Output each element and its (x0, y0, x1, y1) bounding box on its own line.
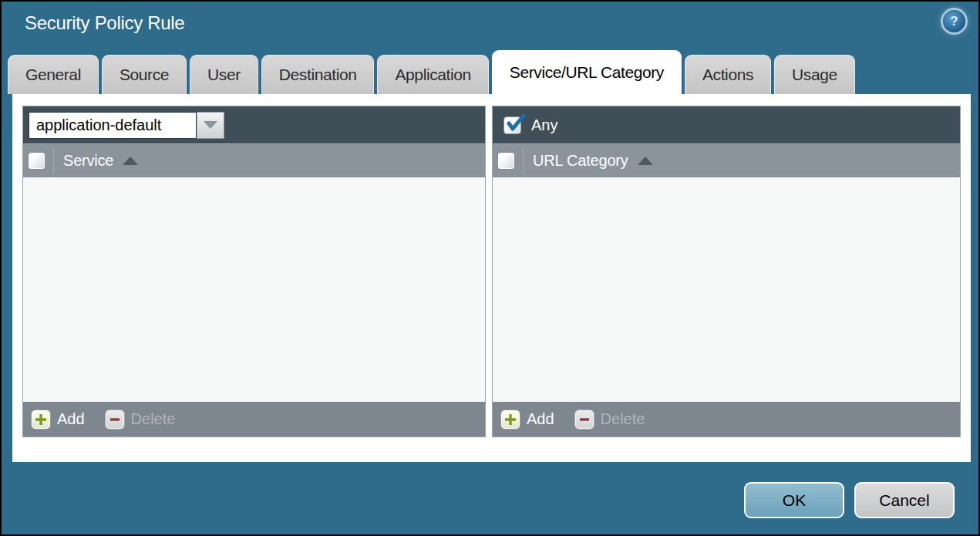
url-category-panel-header: Any (493, 106, 960, 143)
column-separator (523, 148, 524, 174)
service-add-button[interactable]: Add (31, 410, 85, 430)
service-delete-button[interactable]: Delete (105, 410, 176, 430)
minus-icon (574, 410, 594, 430)
chevron-down-icon (204, 121, 217, 129)
tab-application[interactable]: Application (377, 55, 488, 94)
column-separator (53, 148, 54, 174)
ok-button[interactable]: OK (744, 482, 844, 518)
sort-ascending-icon[interactable] (638, 157, 653, 165)
service-type-dropdown[interactable]: application-default (29, 112, 224, 139)
tab-user[interactable]: User (190, 55, 258, 94)
service-type-dropdown-value[interactable]: application-default (29, 112, 197, 139)
dialog-title: Security Policy Rule (25, 12, 184, 34)
url-category-add-button[interactable]: Add (500, 410, 554, 430)
add-button-label: Add (57, 410, 85, 428)
url-category-column-header-row: URL Category (493, 143, 960, 177)
service-list-body[interactable] (23, 177, 485, 402)
tab-destination[interactable]: Destination (261, 55, 375, 94)
service-column-header: Service (63, 152, 113, 170)
service-column-header-row: Service (23, 143, 485, 177)
tab-service-url-category[interactable]: Service/URL Category (492, 50, 682, 94)
service-panel-header: application-default (23, 106, 485, 143)
plus-icon (500, 410, 520, 430)
service-panel-footer: Add Delete (23, 402, 485, 437)
cancel-button[interactable]: Cancel (854, 482, 955, 518)
plus-icon (31, 410, 51, 430)
minus-icon (105, 410, 125, 430)
url-category-panel: Any URL Category Add (492, 106, 961, 437)
checkmark-icon (505, 113, 527, 135)
url-category-panel-footer: Add Delete (493, 402, 960, 437)
tab-bar: General Source User Destination Applicat… (8, 50, 972, 94)
tab-general[interactable]: General (8, 55, 99, 94)
service-select-all-checkbox[interactable] (28, 152, 45, 170)
delete-button-label: Delete (601, 410, 645, 428)
add-button-label: Add (527, 410, 554, 428)
tab-source[interactable]: Source (102, 55, 187, 94)
service-panel: application-default Service (22, 106, 486, 437)
service-type-dropdown-button[interactable] (197, 112, 224, 139)
url-category-list-body[interactable] (493, 177, 960, 402)
dialog-body: application-default Service (12, 94, 971, 462)
tab-actions[interactable]: Actions (685, 55, 771, 94)
help-icon[interactable]: ? (943, 10, 965, 32)
tab-usage[interactable]: Usage (774, 55, 855, 94)
sort-ascending-icon[interactable] (123, 157, 138, 165)
security-policy-rule-dialog: Security Policy Rule ? General Source Us… (0, 0, 980, 536)
url-category-select-all-checkbox[interactable] (497, 152, 515, 170)
url-category-column-header: URL Category (533, 152, 628, 170)
any-checkbox[interactable] (503, 116, 521, 134)
any-checkbox-label: Any (531, 116, 557, 134)
url-category-delete-button[interactable]: Delete (574, 410, 645, 430)
delete-button-label: Delete (131, 410, 176, 428)
